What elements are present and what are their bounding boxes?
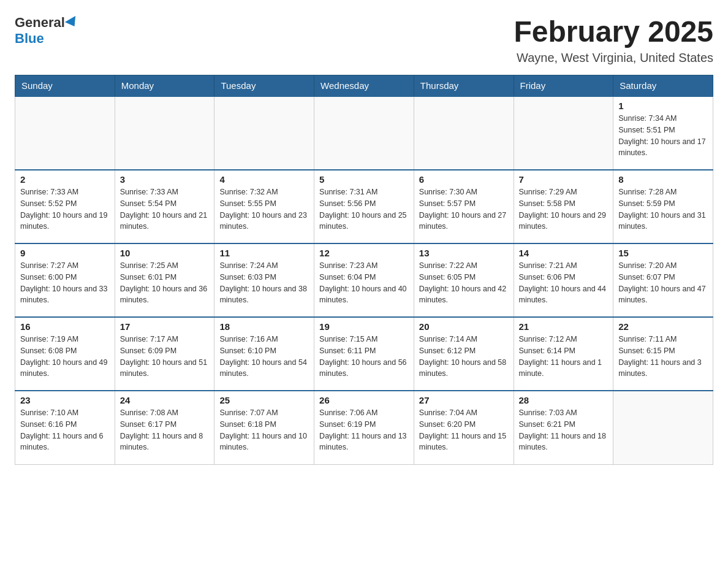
calendar-cell xyxy=(115,96,214,170)
day-info: Sunrise: 7:24 AMSunset: 6:03 PMDaylight:… xyxy=(219,260,309,306)
header-day-monday: Monday xyxy=(115,75,214,97)
day-info: Sunrise: 7:32 AMSunset: 5:55 PMDaylight:… xyxy=(219,186,309,232)
day-info: Sunrise: 7:10 AMSunset: 6:16 PMDaylight:… xyxy=(20,407,110,453)
day-number: 6 xyxy=(419,174,509,185)
day-info: Sunrise: 7:33 AMSunset: 5:54 PMDaylight:… xyxy=(120,186,210,232)
calendar-header: SundayMondayTuesdayWednesdayThursdayFrid… xyxy=(15,75,713,97)
week-row-4: 16Sunrise: 7:19 AMSunset: 6:08 PMDayligh… xyxy=(15,317,713,391)
calendar-cell: 26Sunrise: 7:06 AMSunset: 6:19 PMDayligh… xyxy=(314,391,414,464)
calendar-cell xyxy=(414,96,514,170)
calendar-cell: 13Sunrise: 7:22 AMSunset: 6:05 PMDayligh… xyxy=(414,243,514,317)
day-info: Sunrise: 7:03 AMSunset: 6:21 PMDaylight:… xyxy=(519,407,609,453)
header-day-friday: Friday xyxy=(514,75,613,97)
day-info: Sunrise: 7:29 AMSunset: 5:58 PMDaylight:… xyxy=(519,186,609,232)
calendar-subtitle: Wayne, West Virginia, United States xyxy=(514,51,713,65)
logo-arrow-icon xyxy=(65,16,80,29)
calendar-cell: 1Sunrise: 7:34 AMSunset: 5:51 PMDaylight… xyxy=(613,96,713,170)
day-number: 23 xyxy=(20,395,110,405)
day-number: 21 xyxy=(519,321,609,332)
week-row-2: 2Sunrise: 7:33 AMSunset: 5:52 PMDaylight… xyxy=(15,170,713,243)
calendar-cell: 6Sunrise: 7:30 AMSunset: 5:57 PMDaylight… xyxy=(414,170,514,243)
day-info: Sunrise: 7:31 AMSunset: 5:56 PMDaylight:… xyxy=(319,186,409,232)
calendar-cell: 14Sunrise: 7:21 AMSunset: 6:06 PMDayligh… xyxy=(514,243,613,317)
day-info: Sunrise: 7:12 AMSunset: 6:14 PMDaylight:… xyxy=(519,334,609,380)
day-info: Sunrise: 7:15 AMSunset: 6:11 PMDaylight:… xyxy=(319,334,409,380)
calendar-cell xyxy=(314,96,414,170)
day-info: Sunrise: 7:27 AMSunset: 6:00 PMDaylight:… xyxy=(20,260,110,306)
header-day-wednesday: Wednesday xyxy=(314,75,414,97)
day-number: 8 xyxy=(618,174,708,185)
header-day-thursday: Thursday xyxy=(414,75,514,97)
day-info: Sunrise: 7:30 AMSunset: 5:57 PMDaylight:… xyxy=(419,186,509,232)
day-info: Sunrise: 7:34 AMSunset: 5:51 PMDaylight:… xyxy=(618,113,708,159)
day-number: 7 xyxy=(519,174,609,185)
day-number: 27 xyxy=(419,395,509,405)
day-number: 13 xyxy=(419,248,509,258)
day-number: 17 xyxy=(120,321,210,332)
day-number: 24 xyxy=(120,395,210,405)
day-info: Sunrise: 7:20 AMSunset: 6:07 PMDaylight:… xyxy=(618,260,708,306)
calendar-cell: 3Sunrise: 7:33 AMSunset: 5:54 PMDaylight… xyxy=(115,170,214,243)
day-info: Sunrise: 7:11 AMSunset: 6:15 PMDaylight:… xyxy=(618,334,708,380)
day-number: 22 xyxy=(618,321,708,332)
calendar-cell: 15Sunrise: 7:20 AMSunset: 6:07 PMDayligh… xyxy=(613,243,713,317)
calendar-cell: 4Sunrise: 7:32 AMSunset: 5:55 PMDaylight… xyxy=(214,170,314,243)
day-number: 28 xyxy=(519,395,609,405)
day-number: 14 xyxy=(519,248,609,258)
calendar-cell: 10Sunrise: 7:25 AMSunset: 6:01 PMDayligh… xyxy=(115,243,214,317)
day-info: Sunrise: 7:33 AMSunset: 5:52 PMDaylight:… xyxy=(20,186,110,232)
week-row-1: 1Sunrise: 7:34 AMSunset: 5:51 PMDaylight… xyxy=(15,96,713,170)
day-number: 15 xyxy=(618,248,708,258)
day-number: 20 xyxy=(419,321,509,332)
calendar-cell: 19Sunrise: 7:15 AMSunset: 6:11 PMDayligh… xyxy=(314,317,414,391)
calendar-cell: 24Sunrise: 7:08 AMSunset: 6:17 PMDayligh… xyxy=(115,391,214,464)
day-info: Sunrise: 7:23 AMSunset: 6:04 PMDaylight:… xyxy=(319,260,409,306)
day-number: 4 xyxy=(219,174,309,185)
calendar-cell xyxy=(15,96,115,170)
day-info: Sunrise: 7:25 AMSunset: 6:01 PMDaylight:… xyxy=(120,260,210,306)
calendar-cell: 21Sunrise: 7:12 AMSunset: 6:14 PMDayligh… xyxy=(514,317,613,391)
day-number: 16 xyxy=(20,321,110,332)
calendar-cell: 25Sunrise: 7:07 AMSunset: 6:18 PMDayligh… xyxy=(214,391,314,464)
calendar-cell: 11Sunrise: 7:24 AMSunset: 6:03 PMDayligh… xyxy=(214,243,314,317)
calendar-title: February 2025 xyxy=(514,15,713,48)
calendar-cell xyxy=(214,96,314,170)
day-number: 12 xyxy=(319,248,409,258)
logo: General Blue xyxy=(15,15,78,47)
day-number: 2 xyxy=(20,174,110,185)
day-number: 10 xyxy=(120,248,210,258)
header-day-tuesday: Tuesday xyxy=(214,75,314,97)
calendar-cell: 2Sunrise: 7:33 AMSunset: 5:52 PMDaylight… xyxy=(15,170,115,243)
title-section: February 2025 Wayne, West Virginia, Unit… xyxy=(514,15,713,65)
day-number: 25 xyxy=(219,395,309,405)
header-day-sunday: Sunday xyxy=(15,75,115,97)
day-info: Sunrise: 7:04 AMSunset: 6:20 PMDaylight:… xyxy=(419,407,509,453)
calendar-cell: 7Sunrise: 7:29 AMSunset: 5:58 PMDaylight… xyxy=(514,170,613,243)
header-row: SundayMondayTuesdayWednesdayThursdayFrid… xyxy=(15,75,713,97)
calendar-cell: 16Sunrise: 7:19 AMSunset: 6:08 PMDayligh… xyxy=(15,317,115,391)
day-info: Sunrise: 7:08 AMSunset: 6:17 PMDaylight:… xyxy=(120,407,210,453)
day-info: Sunrise: 7:17 AMSunset: 6:09 PMDaylight:… xyxy=(120,334,210,380)
logo-blue-text: Blue xyxy=(15,31,44,47)
calendar-cell: 9Sunrise: 7:27 AMSunset: 6:00 PMDaylight… xyxy=(15,243,115,317)
calendar-cell: 27Sunrise: 7:04 AMSunset: 6:20 PMDayligh… xyxy=(414,391,514,464)
calendar-cell: 8Sunrise: 7:28 AMSunset: 5:59 PMDaylight… xyxy=(613,170,713,243)
calendar-cell xyxy=(514,96,613,170)
calendar-cell: 28Sunrise: 7:03 AMSunset: 6:21 PMDayligh… xyxy=(514,391,613,464)
day-number: 18 xyxy=(219,321,309,332)
day-info: Sunrise: 7:16 AMSunset: 6:10 PMDaylight:… xyxy=(219,334,309,380)
day-number: 19 xyxy=(319,321,409,332)
day-info: Sunrise: 7:21 AMSunset: 6:06 PMDaylight:… xyxy=(519,260,609,306)
week-row-3: 9Sunrise: 7:27 AMSunset: 6:00 PMDaylight… xyxy=(15,243,713,317)
day-number: 3 xyxy=(120,174,210,185)
day-info: Sunrise: 7:22 AMSunset: 6:05 PMDaylight:… xyxy=(419,260,509,306)
week-row-5: 23Sunrise: 7:10 AMSunset: 6:16 PMDayligh… xyxy=(15,391,713,464)
calendar-cell: 17Sunrise: 7:17 AMSunset: 6:09 PMDayligh… xyxy=(115,317,214,391)
calendar-cell xyxy=(613,391,713,464)
calendar-cell: 22Sunrise: 7:11 AMSunset: 6:15 PMDayligh… xyxy=(613,317,713,391)
calendar-cell: 23Sunrise: 7:10 AMSunset: 6:16 PMDayligh… xyxy=(15,391,115,464)
calendar-table: SundayMondayTuesdayWednesdayThursdayFrid… xyxy=(15,75,713,465)
page-header: General Blue February 2025 Wayne, West V… xyxy=(15,15,713,65)
calendar-cell: 12Sunrise: 7:23 AMSunset: 6:04 PMDayligh… xyxy=(314,243,414,317)
day-number: 9 xyxy=(20,248,110,258)
